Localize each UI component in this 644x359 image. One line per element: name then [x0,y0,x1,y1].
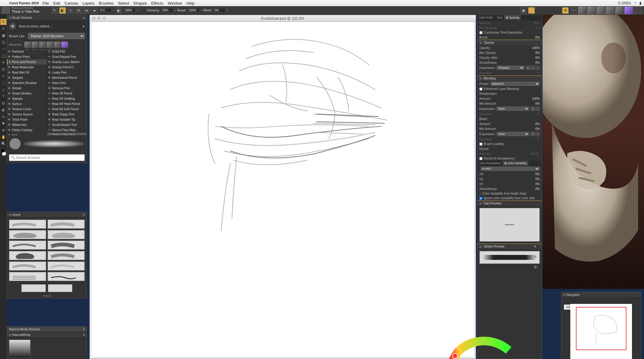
brush-category-item[interactable]: Real Watercolor [7,65,47,70]
brush-loading-checkbox[interactable]: Brush Loading [478,142,542,146]
mirror-tool[interactable]: ⇋ [0,114,6,120]
brush-variant-item[interactable]: Gravity Lazy Sketch [47,59,87,65]
resat-expression-select[interactable]: None [497,107,529,111]
damping-field[interactable]: Damping: ▾ [147,8,176,13]
menu-layers[interactable]: Layers [82,1,94,6]
new-brushes-row[interactable]: ✷ New brushes added... ▸ [7,21,87,32]
transform-tool[interactable]: ⤢ [0,73,6,79]
navigator-viewport[interactable] [576,307,626,350]
brush-tool[interactable]: ✎ [0,19,6,25]
navigator-header[interactable]: ⊠ Navigator [561,292,641,298]
bleed-expression-select[interactable]: None [497,132,529,136]
audio-variability-row[interactable]: ♪Color variability from Audio Input [478,191,542,196]
curve-icon[interactable]: ∿ [535,107,540,111]
opacity-circle-icon[interactable]: ◐ [115,7,122,14]
ignore-colorset-checkbox[interactable]: Ignore color variability from color sets [478,196,542,200]
resat-input[interactable] [187,8,200,13]
natural-media-subheader[interactable]: ⊠ NaturalMedia ≡ [7,332,87,338]
bleed-input[interactable] [213,8,226,13]
close-icon[interactable]: ⊠ [9,333,11,337]
brush-tile[interactable] [9,230,46,239]
clone-tool[interactable]: ⧉ [0,100,6,106]
menu-select[interactable]: Select [118,1,129,6]
brush-tile[interactable] [47,251,85,260]
mirror-icon[interactable]: ⇋ [83,7,90,14]
panel-menu-icon[interactable]: ≡ [83,16,85,19]
brush-variant-item[interactable]: Greasy Pencil 2 [47,65,87,70]
dab-view-2-icon[interactable]: ✦ [534,254,539,259]
brush-variant-item[interactable]: Leaky Pen [47,70,87,75]
brush-tile[interactable] [47,272,85,281]
menu-shapes[interactable]: Shapes [133,1,147,6]
audio-icon[interactable]: ◉ [520,7,527,14]
gear-icon[interactable]: ✷ [9,22,16,30]
bleed-field[interactable]: Bleed: ▾ [203,8,228,13]
size-field[interactable]: ▾ [99,8,114,13]
navigator-canvas[interactable] [570,304,632,359]
brush-variant-item[interactable]: Real 6B Soft Pencil [47,107,87,112]
mixed-header[interactable]: ⊠ mixed ≡ [7,212,87,218]
menu-file[interactable]: File [43,1,49,6]
brush-variant-item[interactable]: Real 2H Drafting [47,96,87,101]
color-wheel[interactable] [441,332,527,359]
brush-variant-item[interactable]: Thick n Thin Pen [47,133,87,135]
text-tool[interactable]: T [0,93,6,99]
brush-category-item[interactable]: Stamps [7,96,47,101]
brush-library-select[interactable]: Painter 2019 Brushes [28,33,85,39]
damping-input[interactable] [161,8,174,13]
lasso-tool[interactable]: ◯ [0,53,6,59]
panel-menu-icon[interactable]: ≡ [83,328,85,331]
tab-size[interactable]: Size [495,15,504,20]
brush-variant-item[interactable]: Stencil Flow Map - [47,127,87,133]
divine-tool[interactable]: ⊕ [0,127,6,133]
tab-dab-profile[interactable]: Dab Profile [478,15,495,20]
brush-variant-item[interactable]: Nervous Pen [47,86,87,91]
recent-tile-4[interactable]: Eras.. [615,6,624,14]
close-icon[interactable]: ⊠ [563,293,566,296]
brush-category-item[interactable]: Hair [7,133,47,135]
brush-variant-item[interactable]: Real Drippy Pen [47,112,87,117]
brush-variant-item[interactable]: Grad Repeat Pen [47,54,87,59]
tab-color-variability[interactable]: ⊠ Color Variability [502,161,529,166]
dropper-tool[interactable]: ✐ [0,26,6,32]
panel-menu-icon[interactable]: ≡ [83,333,85,337]
hsv-mode-select[interactable]: In HSV [481,167,540,171]
dab-preview-header[interactable]: ⊠Dab Preview [478,201,542,206]
invert-icon[interactable]: ⇅ [531,107,535,111]
brush-tracking-icon[interactable]: ✦ [562,7,569,14]
panel-menu-icon[interactable]: ≡ [83,213,85,216]
dab-view-1-icon[interactable]: ● [534,244,539,248]
reference-image-window[interactable] [543,15,644,289]
brush-identity[interactable]: Pens and Pencils Thick n Thin Pen [2,7,39,14]
brush-category-list[interactable]: ParticlesPattern PensPens and PencilsRea… [7,49,47,135]
menu-help[interactable]: Help [186,1,195,6]
size-input[interactable] [99,8,112,13]
brush-variant-list[interactable]: Grad PenGrad Repeat PenGravity Lazy Sket… [47,49,87,135]
brush-variant-item[interactable]: Real 4H Hard Pencil [47,101,87,107]
recent-tile-5[interactable]: Hair Li.. [624,6,633,14]
brush-tool-icon[interactable]: ✎ [51,7,58,14]
eraser-tool[interactable]: ◫ [0,39,6,45]
kaleido-tool[interactable]: ✱ [0,120,6,127]
dab-type-icon[interactable]: ◧ [59,7,66,14]
brush-tile[interactable] [9,261,46,271]
invert-icon[interactable]: ⇅ [531,132,535,136]
brush-category-item[interactable]: Particles [7,49,47,54]
brush-tile[interactable] [9,272,46,281]
brush-tile[interactable] [47,220,85,229]
dab-view-3-icon[interactable]: ❋ [534,264,539,269]
recent-tile-grid-icon[interactable]: Patter.. [634,6,642,14]
recent-brush-2[interactable]: Captu.. [39,42,46,48]
brush-variant-item[interactable]: Scratchboard Tool [47,122,87,127]
stroke-icon[interactable]: 〰 [570,7,577,14]
menu-effects[interactable]: Effects [151,1,163,6]
natural-media-header[interactable]: Natural Media Brushes ≡ [7,327,87,332]
close-icon[interactable]: ⊠ [9,213,11,216]
ctd-checkbox[interactable]: Continuous Time Deposition [478,30,542,35]
brush-tile[interactable] [9,251,46,260]
brush-tile[interactable] [21,284,46,292]
recent-tile-2[interactable]: Captur.. [597,6,605,14]
fg-color-swatch[interactable] [1,148,5,153]
selection-tool[interactable]: ▭ [0,46,6,52]
brush-category-item[interactable]: Fabric Fantasy [7,127,47,133]
